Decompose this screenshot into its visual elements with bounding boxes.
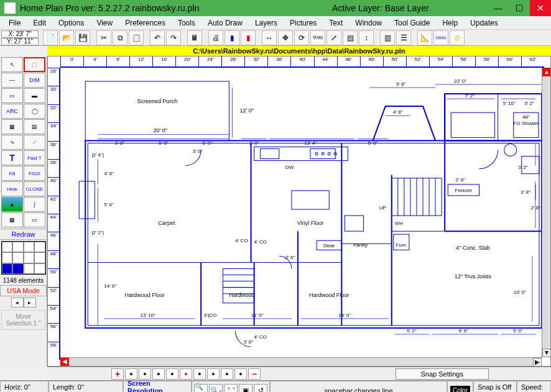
exit-icon[interactable]: ▮ — [241, 30, 256, 45]
dim-tool[interactable]: DIM — [24, 73, 45, 88]
menu-view[interactable]: View — [90, 17, 119, 29]
layers-list-icon[interactable]: ☰ — [396, 30, 411, 45]
snap-dot-7[interactable]: • — [207, 368, 220, 380]
svg-text:Furn: Furn — [396, 242, 407, 248]
close-button[interactable]: ✕ — [530, 0, 551, 16]
menu-layers[interactable]: Layers — [249, 17, 284, 29]
menu-window[interactable]: Window — [349, 17, 388, 29]
new-icon[interactable]: 📄 — [43, 30, 58, 45]
scroll-left-icon[interactable]: ◀ — [60, 358, 69, 367]
fill-tool[interactable]: Fill — [1, 166, 23, 181]
zoom-in-status-icon[interactable]: 🔍+ — [194, 384, 208, 393]
undo-multi-icon[interactable]: Undo — [433, 30, 448, 45]
spline-tool[interactable]: ∫ — [24, 197, 45, 212]
menu-autodraw[interactable]: Auto Draw — [201, 17, 249, 29]
vertical-scrollbar[interactable]: ▲ ▼ — [542, 68, 550, 357]
menu-pictures[interactable]: Pictures — [284, 17, 323, 29]
scroll-down-icon[interactable]: ▼ — [542, 349, 551, 357]
menu-tools[interactable]: Tools — [172, 17, 201, 29]
menu-text[interactable]: Text — [323, 17, 349, 29]
grid-tool[interactable]: ▦ — [1, 212, 23, 227]
snap-dot-3[interactable]: • — [152, 368, 165, 380]
nudge-right-icon[interactable]: ▸ — [24, 298, 36, 308]
arc-tool[interactable]: ARC — [1, 104, 23, 119]
snap-dot-4[interactable]: • — [166, 368, 178, 380]
mirror-h-icon[interactable]: ↔ — [262, 30, 277, 45]
measure-icon[interactable]: 📐 — [417, 30, 432, 45]
curve-tool[interactable]: ∿ — [1, 135, 23, 150]
paste-icon[interactable]: 📋 — [129, 30, 144, 45]
hide-tool[interactable]: Hide — [1, 181, 23, 196]
scroll-up-icon[interactable]: ▲ — [542, 68, 551, 76]
select-tool[interactable]: ⬚ — [24, 57, 45, 72]
clone-tool[interactable]: CLONE — [24, 181, 45, 196]
menu-preferences[interactable]: Preferences — [119, 17, 172, 29]
move-icon[interactable]: ✥ — [278, 30, 293, 45]
align-icon[interactable]: ▤ — [343, 30, 358, 45]
maximize-button[interactable]: ☐ — [509, 0, 530, 16]
misc-tool[interactable]: ▭ — [24, 212, 45, 227]
svg-text:3' 0": 3' 0" — [244, 339, 254, 345]
horizontal-scrollbar[interactable]: ◀ ▶ — [60, 357, 542, 366]
rect-tool[interactable]: ▭ — [1, 88, 23, 103]
prohibit-icon[interactable]: ⊘ — [450, 30, 465, 45]
snap-settings-button[interactable]: Snap Settings — [396, 368, 489, 380]
line-tool[interactable]: — — [1, 73, 23, 88]
open-icon[interactable]: 📂 — [59, 30, 74, 45]
mirror-v-icon[interactable]: ↕ — [359, 30, 374, 45]
figs-tool[interactable]: FIGS — [24, 166, 45, 181]
fast-text-tool[interactable]: Fast T — [24, 150, 45, 165]
status-snap[interactable]: Snap is Off — [478, 383, 512, 391]
zoom-out-status-icon[interactable]: 🔍- — [209, 384, 223, 393]
door-tool[interactable]: ▤ — [24, 119, 45, 134]
undo-icon[interactable]: ↶ — [150, 30, 165, 45]
redraw-button[interactable]: Redraw — [0, 229, 47, 240]
save-icon[interactable]: 💾 — [75, 30, 90, 45]
snap-dot-5[interactable]: • — [180, 368, 192, 380]
polyline-tool[interactable]: ⟋ — [24, 135, 45, 150]
redo-icon[interactable]: ↷ — [166, 30, 181, 45]
layer-icon[interactable]: ▮ — [225, 30, 239, 45]
text-tool[interactable]: T — [1, 150, 23, 165]
zoom-in-icon[interactable]: + — [111, 368, 124, 380]
snap-dot-8[interactable]: • — [221, 368, 233, 380]
calc-icon[interactable]: 🖩 — [187, 30, 202, 45]
color-button[interactable]: Color — [450, 386, 470, 392]
svg-text:Hardwood: Hardwood — [229, 292, 254, 298]
snap-dot-2[interactable]: • — [139, 368, 151, 380]
menu-toolguide[interactable]: Tool Guide — [388, 17, 436, 29]
rotate-icon[interactable]: ⟳ — [294, 30, 309, 45]
cut-icon[interactable]: ✂ — [96, 30, 111, 45]
menu-file[interactable]: File — [2, 17, 27, 29]
arrow-tool[interactable]: ↖ — [1, 57, 23, 72]
usa-mode-toggle[interactable]: USA Mode — [0, 285, 47, 296]
snap-toolbar: + • • • • • • • • • − Snap Settings — [47, 367, 551, 380]
menu-help[interactable]: Help — [436, 17, 464, 29]
window-tool[interactable]: ▦ — [1, 119, 23, 134]
nudge-left-icon[interactable]: ◂ — [11, 298, 24, 308]
snap-dot-6[interactable]: • — [193, 368, 206, 380]
circle-tool[interactable]: ◯ — [24, 104, 45, 119]
zoom-window-icon[interactable]: ▣ — [239, 384, 252, 393]
snap-dot-1[interactable]: • — [125, 368, 137, 380]
drawing-canvas[interactable]: 0'4'8'12'16'20'24'28'32'36'40'44'46'48'5… — [47, 56, 551, 367]
menu-edit[interactable]: Edit — [27, 17, 52, 29]
zoom-out-icon[interactable]: − — [248, 368, 261, 380]
scale-icon[interactable]: ⤢ — [326, 30, 341, 45]
print-icon[interactable]: 🖨 — [208, 30, 223, 45]
zoom-prev-icon[interactable]: ↺ — [254, 384, 267, 393]
snap-dot-9[interactable]: • — [234, 368, 247, 380]
colors-icon[interactable]: ▥ — [380, 30, 395, 45]
rect-fill-tool[interactable]: ▬ — [24, 88, 45, 103]
copy-icon[interactable]: ⧉ — [113, 30, 127, 45]
image-tool[interactable]: ▲ — [1, 197, 23, 212]
scroll-right-icon[interactable]: ▶ — [533, 358, 542, 367]
color-swatch-grid[interactable] — [1, 241, 46, 275]
minimize-button[interactable]: — — [488, 0, 509, 16]
zoom-fit-icon[interactable]: ⛶ — [224, 384, 238, 393]
move-selection-label[interactable]: Move Selection 1 " — [1, 310, 45, 330]
svg-text:4" Conc. Slab: 4" Conc. Slab — [456, 245, 490, 251]
menu-updates[interactable]: Updates — [464, 17, 504, 29]
menu-options[interactable]: Options — [52, 17, 90, 29]
rotate90-icon[interactable]: ⟳90 — [310, 30, 325, 45]
